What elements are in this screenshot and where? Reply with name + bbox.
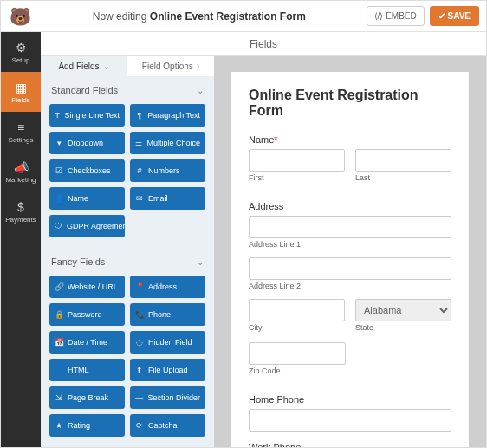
field-label: Name (68, 194, 88, 203)
sublabel-last: Last (355, 173, 451, 182)
field-icon: ★ (55, 421, 63, 430)
input-first-name[interactable] (249, 149, 345, 172)
field-icon: 📅 (55, 338, 63, 347)
field-checkboxes[interactable]: ☑Checkboxes (49, 159, 125, 182)
field-gdpr-agreement[interactable]: 🛡GDPR Agreement (49, 215, 125, 237)
field-captcha[interactable]: ⟳Captcha (130, 414, 205, 437)
dollar-icon: $ (17, 200, 24, 214)
field-page-break[interactable]: ⇲Page Break (49, 386, 125, 409)
label-name: Name* (249, 134, 451, 145)
label-work-phone: Work Phone (249, 442, 451, 447)
field-label: Date / Time (68, 338, 107, 347)
field-label: Rating (68, 421, 90, 430)
field-icon: ◌ (135, 338, 144, 347)
field-label: Address (148, 282, 177, 291)
label-address: Address (249, 201, 451, 211)
field-label: Single Line Text (65, 111, 120, 120)
field-dropdown[interactable]: ▾Dropdown (49, 132, 125, 154)
nav-setup[interactable]: ⚙Setup (1, 32, 41, 72)
fields-panel: Add Fields ⌄ Field Options › Standard Fi… (41, 56, 214, 447)
field-label: GDPR Agreement (67, 222, 125, 230)
chevron-right-icon: › (197, 62, 199, 71)
field-date-time[interactable]: 📅Date / Time (49, 331, 125, 354)
chevron-down-icon: ⌄ (197, 257, 204, 267)
label-home-phone: Home Phone (249, 394, 451, 405)
field-password[interactable]: 🔒Password (49, 303, 125, 326)
field-icon: T (55, 111, 61, 120)
field-label: File Upload (148, 366, 188, 374)
gear-icon: ⚙ (16, 41, 27, 55)
field-label: Password (68, 310, 102, 319)
field-name[interactable]: 👤Name (49, 187, 125, 210)
chevron-down-icon: ⌄ (103, 62, 110, 71)
input-zip[interactable] (249, 342, 346, 365)
grid-icon: ▦ (16, 81, 27, 94)
field-label: Paragraph Text (147, 111, 200, 120)
app-logo: 🐻 (8, 4, 32, 29)
field-icon: ⬆ (135, 366, 144, 374)
field-icon: # (135, 166, 144, 175)
field-icon: ☰ (135, 139, 142, 147)
input-home-phone[interactable] (249, 409, 451, 432)
form-title: Online Event Registration Form (249, 88, 451, 119)
form-name: Online Event Registration Form (150, 10, 306, 23)
section-standard-fields[interactable]: Standard Fields⌄ (41, 76, 214, 104)
input-address-2[interactable] (249, 257, 451, 280)
megaphone-icon: 📣 (14, 160, 29, 174)
field-email[interactable]: ✉Email (130, 187, 205, 210)
embed-button[interactable]: ⟨/⟩ EMBED (367, 6, 425, 26)
tab-field-options[interactable]: Field Options › (127, 56, 214, 76)
save-button[interactable]: ✔ SAVE (430, 6, 479, 26)
field-icon: ▾ (55, 139, 63, 147)
field-label: Captcha (148, 421, 178, 430)
field-label: Website / URL (68, 282, 118, 291)
sublabel-al1: Address Line 1 (249, 240, 451, 249)
input-address-1[interactable] (249, 216, 451, 238)
field-icon: 📍 (135, 282, 144, 291)
nav-marketing[interactable]: 📣Marketing (1, 152, 41, 192)
field-icon: ✉ (135, 194, 144, 203)
sublabel-state: State (355, 323, 451, 332)
field-icon: ⇲ (55, 393, 63, 402)
field-website-url[interactable]: 🔗Website / URL (49, 276, 125, 298)
field-label: Email (148, 194, 168, 203)
field-label: Multiple Choice (146, 139, 200, 147)
field-icon: — (135, 393, 143, 402)
field-label: Hidden Field (148, 338, 192, 347)
field-address[interactable]: 📍Address (130, 276, 205, 298)
field-paragraph-text[interactable]: ¶Paragraph Text (130, 104, 205, 127)
field-label: Section Divider (147, 393, 200, 402)
nav-fields[interactable]: ▦Fields (1, 72, 41, 112)
section-fancy-fields[interactable]: Fancy Fields⌄ (41, 248, 214, 276)
field-icon: 👤 (55, 194, 63, 203)
field-multiple-choice[interactable]: ☰Multiple Choice (130, 132, 205, 154)
field-icon: ☑ (55, 166, 63, 175)
field-phone[interactable]: 📞Phone (130, 303, 205, 326)
field-rating[interactable]: ★Rating (49, 414, 125, 437)
editing-prefix: Now editing (93, 10, 150, 23)
editing-title: Now editing Online Event Registration Fo… (32, 10, 367, 23)
input-city[interactable] (249, 299, 345, 321)
field-icon: 📞 (135, 310, 144, 319)
field-html[interactable]: HTML (49, 359, 125, 381)
field-section-divider[interactable]: —Section Divider (130, 386, 205, 409)
field-single-line-text[interactable]: TSingle Line Text (49, 104, 125, 127)
input-last-name[interactable] (355, 149, 451, 172)
form-preview: Online Event Registration Form Name* Fir… (214, 56, 486, 447)
field-file-upload[interactable]: ⬆File Upload (130, 359, 205, 381)
field-numbers[interactable]: #Numbers (130, 159, 205, 182)
field-hidden-field[interactable]: ◌Hidden Field (130, 331, 205, 354)
field-label: Dropdown (68, 139, 103, 147)
sublabel-city: City (249, 323, 345, 332)
field-label: Numbers (148, 166, 180, 175)
field-icon: 🔒 (55, 310, 63, 319)
tab-add-fields[interactable]: Add Fields ⌄ (41, 56, 127, 76)
panel-header: Fields (41, 32, 486, 56)
select-state[interactable]: Alabama (355, 299, 451, 321)
nav-payments[interactable]: $Payments (1, 192, 41, 231)
field-label: Page Break (68, 393, 108, 402)
sidebar-nav: ⚙Setup ▦Fields ≡Settings 📣Marketing $Pay… (1, 32, 41, 447)
field-icon: 🔗 (55, 282, 63, 291)
sublabel-zip: Zip Code (249, 367, 346, 375)
nav-settings[interactable]: ≡Settings (1, 112, 41, 152)
